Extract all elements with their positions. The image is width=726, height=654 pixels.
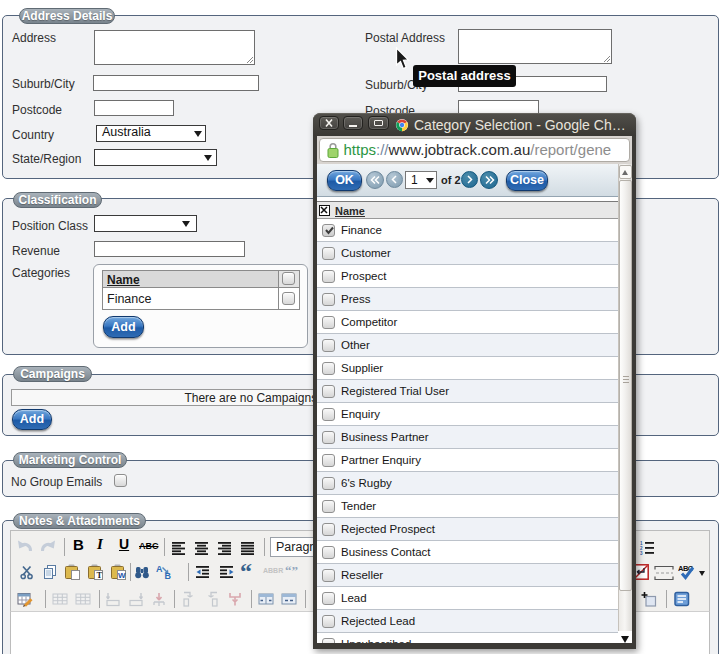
svg-text:A: A: [156, 564, 163, 574]
svg-text:B: B: [165, 571, 172, 580]
svg-text:3: 3: [640, 551, 643, 556]
svg-text:W: W: [118, 571, 126, 580]
svg-text:T: T: [97, 570, 103, 580]
